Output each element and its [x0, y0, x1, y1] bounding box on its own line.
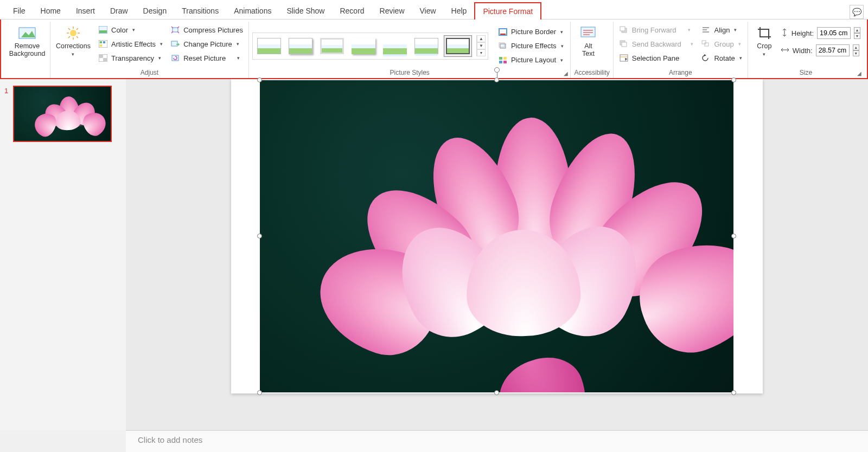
- style-preset-7[interactable]: [444, 35, 472, 57]
- tab-slide-show[interactable]: Slide Show: [279, 3, 332, 19]
- tab-help[interactable]: Help: [444, 3, 475, 19]
- rotate-handle[interactable]: [494, 67, 500, 73]
- chevron-down-icon: ▾: [237, 41, 239, 47]
- resize-handle-tr[interactable]: [731, 78, 736, 82]
- slide-number-label: 1: [4, 86, 10, 142]
- tab-picture-format[interactable]: Picture Format: [474, 2, 541, 20]
- size-dialog-launcher[interactable]: ◢: [857, 70, 861, 76]
- reset-picture-label: Reset Picture: [183, 54, 226, 62]
- corrections-button[interactable]: Corrections▾: [54, 24, 93, 59]
- transparency-icon: [98, 53, 108, 63]
- align-icon: [701, 25, 711, 35]
- group-icon: [701, 39, 711, 49]
- gallery-up-button[interactable]: ▲: [477, 35, 486, 42]
- style-preset-3[interactable]: [318, 35, 346, 57]
- styles-dialog-launcher[interactable]: ◢: [564, 70, 568, 76]
- tab-review[interactable]: Review: [372, 3, 412, 19]
- style-preset-6[interactable]: [412, 35, 441, 57]
- rotate-label: Rotate: [714, 54, 735, 62]
- svg-rect-28: [503, 57, 507, 60]
- resize-handle-r[interactable]: [731, 234, 736, 238]
- color-icon: [98, 25, 108, 35]
- group-button[interactable]: Group▾: [699, 38, 744, 50]
- height-down[interactable]: ▼: [854, 33, 860, 39]
- artistic-effects-button[interactable]: Artistic Effects▾: [96, 38, 165, 50]
- style-preset-2[interactable]: [286, 35, 315, 57]
- resize-handle-t[interactable]: [494, 78, 499, 82]
- selection-pane-button[interactable]: Selection Pane: [617, 52, 696, 64]
- svg-rect-20: [173, 28, 178, 32]
- height-input[interactable]: [817, 27, 851, 39]
- gallery-more: ▲ ▼ ▾: [476, 35, 486, 56]
- resize-handle-b[interactable]: [494, 390, 499, 395]
- send-backward-label: Send Backward: [632, 40, 681, 48]
- style-preset-1[interactable]: [255, 35, 283, 57]
- resize-handle-l[interactable]: [257, 234, 262, 238]
- tab-view[interactable]: View: [412, 3, 444, 19]
- remove-background-button[interactable]: Remove Background: [8, 24, 47, 59]
- tab-file[interactable]: File: [5, 3, 33, 19]
- slide-thumbnail-1[interactable]: [13, 86, 112, 142]
- chevron-down-icon: ▾: [560, 57, 563, 63]
- inserted-picture[interactable]: [260, 80, 733, 392]
- width-up[interactable]: ▲: [853, 44, 859, 50]
- align-button[interactable]: Align▾: [699, 24, 744, 36]
- change-picture-label: Change Picture: [183, 40, 232, 48]
- gallery-down-button[interactable]: ▼: [477, 42, 486, 49]
- picture-styles-group-label: Picture Styles: [390, 69, 430, 76]
- gallery-expand-button[interactable]: ▾: [477, 49, 486, 56]
- chevron-down-icon: ▾: [691, 41, 693, 47]
- crop-button[interactable]: Crop▾: [751, 24, 777, 59]
- alt-text-button[interactable]: Alt Text: [574, 24, 602, 59]
- tab-transitions[interactable]: Transitions: [174, 3, 226, 19]
- tab-animations[interactable]: Animations: [226, 3, 279, 19]
- picture-effects-button[interactable]: Picture Effects▾: [496, 40, 566, 52]
- notes-pane[interactable]: Click to add notes: [126, 430, 868, 452]
- tab-design[interactable]: Design: [136, 3, 175, 19]
- width-down[interactable]: ▼: [853, 50, 859, 56]
- bring-forward-button[interactable]: Bring Forward ▾: [617, 24, 696, 36]
- chevron-down-icon: ▾: [132, 27, 135, 33]
- remove-background-icon: [18, 25, 36, 41]
- slide-editor[interactable]: [126, 79, 868, 430]
- svg-line-7: [68, 28, 70, 30]
- resize-handle-tl[interactable]: [257, 78, 262, 82]
- svg-rect-45: [702, 41, 706, 44]
- tab-record[interactable]: Record: [332, 3, 372, 19]
- lotus-image-icon: [260, 80, 733, 392]
- picture-border-button[interactable]: Picture Border▾: [496, 26, 566, 38]
- svg-rect-16: [100, 44, 102, 47]
- style-preset-4[interactable]: [349, 35, 378, 57]
- style-preset-5[interactable]: [381, 35, 409, 57]
- change-picture-button[interactable]: Change Picture▾: [168, 38, 245, 50]
- width-input[interactable]: [816, 44, 850, 56]
- svg-rect-18: [99, 54, 103, 58]
- svg-rect-27: [499, 57, 502, 60]
- resize-handle-bl[interactable]: [257, 390, 262, 395]
- resize-handle-br[interactable]: [731, 390, 736, 395]
- tab-draw[interactable]: Draw: [103, 3, 136, 19]
- chevron-down-icon: ▾: [237, 55, 240, 61]
- group-label: Group: [714, 40, 733, 48]
- compress-pictures-button[interactable]: Compress Pictures: [168, 24, 245, 36]
- corrections-label: Corrections: [56, 42, 91, 50]
- reset-picture-button[interactable]: Reset Picture ▾: [168, 52, 245, 64]
- tab-insert[interactable]: Insert: [68, 3, 103, 19]
- svg-rect-38: [622, 42, 627, 47]
- transparency-button[interactable]: Transparency▾: [96, 52, 165, 64]
- artistic-effects-icon: [98, 39, 108, 49]
- rotate-button[interactable]: Rotate▾: [699, 52, 744, 64]
- svg-rect-14: [100, 41, 102, 43]
- selection-pane-icon: [619, 53, 629, 63]
- tab-home[interactable]: Home: [33, 3, 68, 19]
- picture-layout-button[interactable]: Picture Layout▾: [496, 54, 566, 66]
- send-backward-button[interactable]: Send Backward ▾: [617, 38, 696, 50]
- slide-canvas[interactable]: [231, 79, 763, 393]
- chevron-down-icon: ▾: [739, 55, 742, 61]
- selection-pane-label: Selection Pane: [632, 54, 679, 62]
- width-field: Width: ▲▼: [781, 44, 860, 56]
- comments-button[interactable]: 💬: [850, 5, 864, 19]
- speech-bubble-icon: 💬: [852, 8, 861, 16]
- color-button[interactable]: Color▾: [96, 24, 165, 36]
- height-up[interactable]: ▲: [854, 27, 860, 33]
